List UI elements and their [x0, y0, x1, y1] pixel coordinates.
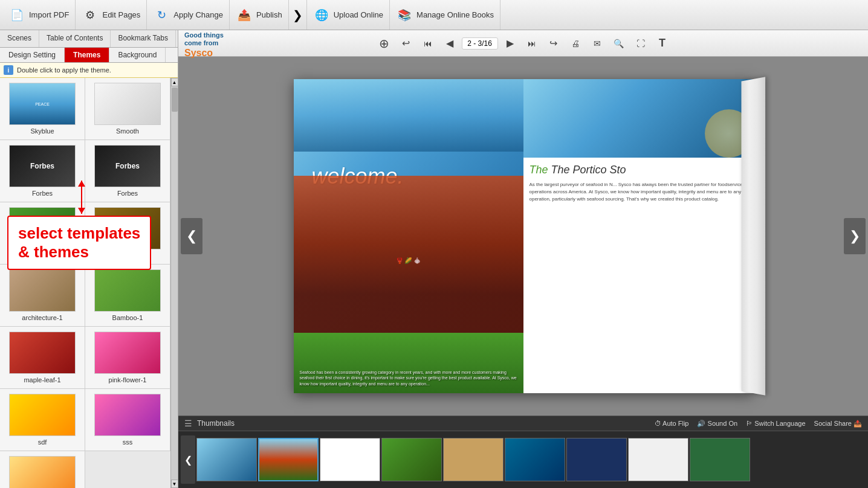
upload-online-button[interactable]: 🌐 Upload Online	[307, 0, 390, 30]
left-panel: Scenes Table of Contents Bookmark Tabs ▼…	[0, 30, 178, 488]
switch-language-label: Switch Language	[754, 420, 805, 427]
zoom-in-button[interactable]: ⊕	[375, 34, 394, 53]
theme-cell-forbes2[interactable]: ForbesForbes	[85, 140, 170, 202]
thumb-item-7[interactable]	[566, 438, 627, 481]
prev-page-nav-button[interactable]: ❮	[181, 218, 202, 254]
theme-label-pinkflower1: pink-flower-1	[109, 376, 147, 384]
edit-pages-button[interactable]: ⚙ Edit Pages	[76, 0, 147, 30]
thumb-item-6[interactable]	[505, 438, 565, 481]
text-button[interactable]: T	[653, 34, 672, 53]
theme-thumb-smooth	[94, 83, 161, 125]
hint-bar: i Double click to apply the theme.	[0, 63, 178, 78]
manage-online-button[interactable]: 📚 Manage Online Books	[390, 0, 500, 30]
theme-label-woody: Woody	[117, 252, 138, 259]
tab-scenes[interactable]: Scenes	[0, 30, 39, 47]
social-share-button[interactable]: Social Share 📤	[814, 420, 862, 428]
main-area: Scenes Table of Contents Bookmark Tabs ▼…	[0, 30, 868, 488]
theme-cell-sss[interactable]: sss	[85, 389, 170, 451]
auto-flip-button[interactable]: ⏱ Auto Flip	[655, 420, 689, 427]
sound-on-button[interactable]: 🔊 Sound On	[697, 420, 737, 428]
scroll-track: ▲ ▼	[170, 78, 178, 488]
theme-label-forbes1: Forbes	[32, 190, 53, 197]
sound-icon: 🔊	[697, 420, 705, 427]
theme-cell-smooth[interactable]: Smooth	[85, 78, 170, 140]
print-button[interactable]: 🖨	[566, 34, 585, 53]
thumb-prev-button[interactable]: ❮	[181, 435, 195, 484]
social-share-label: Social Share	[814, 420, 852, 427]
tab-row-2: Design Setting Themes Background	[0, 48, 178, 63]
next-page-button[interactable]: ▶	[500, 34, 520, 53]
prev-page-button[interactable]: ◀	[440, 34, 459, 53]
thumb-filter-icon: ☰	[184, 419, 192, 428]
scroll-up-button[interactable]: ▲	[171, 78, 178, 86]
tab-bookmark[interactable]: Bookmark Tabs	[111, 30, 175, 47]
switch-language-button[interactable]: 🏳 Switch Language	[746, 420, 805, 427]
fullscreen-button[interactable]: ⛶	[631, 34, 650, 53]
theme-label-forbes2: Forbes	[117, 190, 138, 197]
next-page-nav-button[interactable]: ❯	[844, 218, 866, 254]
tab-background[interactable]: Background	[109, 48, 166, 62]
theme-cell-straw1[interactable]: straw-1	[0, 451, 85, 488]
scroll-thumb[interactable]	[172, 88, 178, 112]
thumb-item-9[interactable]	[690, 438, 750, 481]
hint-icon: i	[4, 65, 13, 75]
food-image-area: 🦞 🌽 🧄	[294, 176, 523, 345]
email-button[interactable]: ✉	[588, 34, 607, 53]
more-arrow-button[interactable]: ❯	[289, 0, 307, 30]
theme-grid: PEACESkyblueSmoothForbesForbesForbesForb…	[0, 78, 170, 488]
theme-label-bamboo1: Bamboo-1	[112, 314, 143, 321]
theme-cell-pinkflower1[interactable]: pink-flower-1	[85, 327, 170, 389]
apply-change-icon: ↻	[153, 7, 170, 24]
edit-pages-icon: ⚙	[82, 7, 99, 24]
theme-cell-forbes1[interactable]: ForbesForbes	[0, 140, 85, 202]
theme-thumb-pinkflower1	[94, 332, 161, 374]
scroll-down-button[interactable]: ▼	[171, 480, 178, 488]
theme-cell-skyblue[interactable]: PEACESkyblue	[0, 78, 85, 140]
first-page-button[interactable]: ⏮	[418, 34, 438, 53]
page-indicator: 2 - 3/16	[462, 37, 498, 50]
tab-themes[interactable]: Themes	[65, 48, 109, 62]
theme-thumb-verdant	[9, 207, 76, 249]
theme-cell-maple1[interactable]: maple-leaf-1	[0, 327, 85, 389]
tab-design-setting[interactable]: Design Setting	[0, 48, 65, 62]
sound-label: Sound On	[708, 420, 738, 427]
auto-flip-icon: ⏱	[655, 420, 661, 427]
theme-label-arch1: architecture-1	[22, 314, 62, 321]
upload-online-icon: 🌐	[313, 7, 330, 24]
thumb-scroll-area: ❮	[178, 431, 868, 488]
tab-toc[interactable]: Table of Contents	[39, 30, 111, 47]
thumb-item-4[interactable]	[381, 438, 442, 481]
thumb-item-8[interactable]	[628, 438, 688, 481]
theme-cell-sdf[interactable]: sdf	[0, 389, 85, 451]
auto-flip-label: Auto Flip	[662, 420, 688, 427]
main-toolbar: 📄 Import PDF ⚙ Edit Pages ↻ Apply Change…	[0, 0, 868, 30]
redo-button[interactable]: ↪	[544, 34, 563, 53]
theme-thumb-arch1	[9, 269, 76, 312]
theme-label-sdf: sdf	[38, 438, 47, 446]
theme-label-smooth: Smooth	[116, 127, 139, 135]
tab-row-1: Scenes Table of Contents Bookmark Tabs ▼	[0, 30, 178, 48]
viewer-toolbar: Good thingscome fromSysco ⊕ ↩ ⏮ ◀ 2 - 3/…	[178, 30, 868, 57]
theme-cell-arch1[interactable]: architecture-1	[0, 265, 85, 327]
last-page-button[interactable]: ⏭	[522, 34, 542, 53]
caption-text: Seafood has been a consistently growing …	[300, 370, 517, 387]
apply-change-button[interactable]: ↻ Apply Change	[147, 0, 230, 30]
theme-thumb-maple1	[9, 332, 76, 374]
undo-button[interactable]: ↩	[397, 34, 416, 53]
publish-button[interactable]: 📤 Publish	[230, 0, 289, 30]
theme-thumb-forbes1: Forbes	[9, 145, 76, 187]
theme-cell-bamboo1[interactable]: Bamboo-1	[85, 265, 170, 327]
thumb-item-2[interactable]	[258, 438, 319, 481]
search-button[interactable]: 🔍	[609, 34, 629, 53]
theme-cell-verdant[interactable]: Verdant	[0, 202, 85, 265]
theme-cell-woody[interactable]: Woody	[85, 202, 170, 265]
theme-thumb-straw1	[9, 456, 76, 488]
book-viewer: ❮ welcome. 🦞 🌽 🧄 Seafood has been a cons…	[178, 57, 868, 416]
thumb-item-5[interactable]	[443, 438, 504, 481]
thumb-item-1[interactable]	[196, 438, 257, 481]
theme-thumb-woody	[94, 207, 161, 249]
upload-online-label: Upload Online	[334, 10, 383, 19]
logo-tagline: Good thingscome fromSysco	[184, 31, 224, 59]
import-pdf-button[interactable]: 📄 Import PDF	[2, 0, 76, 30]
thumb-item-3[interactable]	[320, 438, 380, 481]
